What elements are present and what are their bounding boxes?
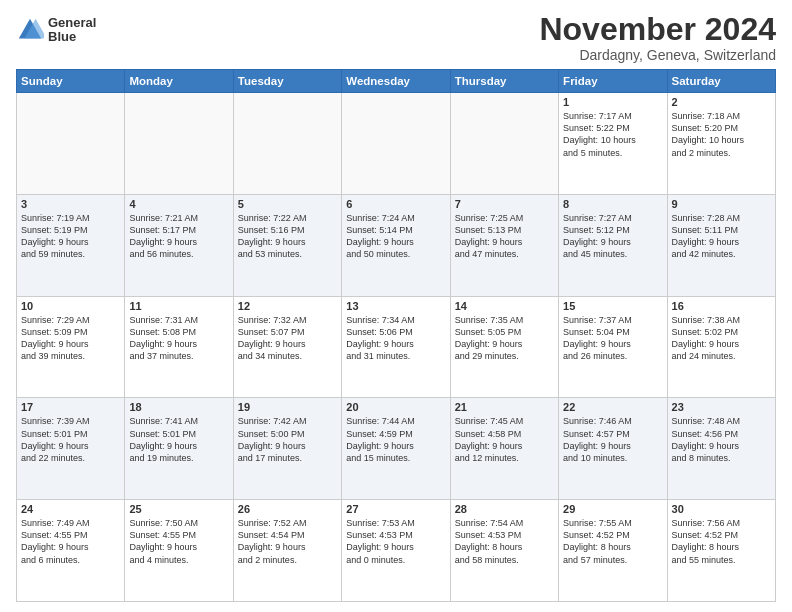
day-info: Sunrise: 7:22 AM Sunset: 5:16 PM Dayligh… [238, 212, 337, 261]
day-number: 18 [129, 401, 228, 413]
day-info: Sunrise: 7:55 AM Sunset: 4:52 PM Dayligh… [563, 517, 662, 566]
day-number: 12 [238, 300, 337, 312]
day-cell-5: 5Sunrise: 7:22 AM Sunset: 5:16 PM Daylig… [233, 194, 341, 296]
day-cell-12: 12Sunrise: 7:32 AM Sunset: 5:07 PM Dayli… [233, 296, 341, 398]
day-number: 27 [346, 503, 445, 515]
weekday-header-row: SundayMondayTuesdayWednesdayThursdayFrid… [17, 70, 776, 93]
week-row-2: 3Sunrise: 7:19 AM Sunset: 5:19 PM Daylig… [17, 194, 776, 296]
day-cell-20: 20Sunrise: 7:44 AM Sunset: 4:59 PM Dayli… [342, 398, 450, 500]
weekday-header-tuesday: Tuesday [233, 70, 341, 93]
logo-icon [16, 16, 44, 44]
day-cell-8: 8Sunrise: 7:27 AM Sunset: 5:12 PM Daylig… [559, 194, 667, 296]
day-cell-22: 22Sunrise: 7:46 AM Sunset: 4:57 PM Dayli… [559, 398, 667, 500]
logo-line2: Blue [48, 30, 96, 44]
day-info: Sunrise: 7:48 AM Sunset: 4:56 PM Dayligh… [672, 415, 771, 464]
day-number: 25 [129, 503, 228, 515]
day-info: Sunrise: 7:19 AM Sunset: 5:19 PM Dayligh… [21, 212, 120, 261]
day-number: 22 [563, 401, 662, 413]
month-title: November 2024 [539, 12, 776, 47]
logo-text: General Blue [48, 16, 96, 45]
day-number: 7 [455, 198, 554, 210]
weekday-header-thursday: Thursday [450, 70, 558, 93]
day-info: Sunrise: 7:41 AM Sunset: 5:01 PM Dayligh… [129, 415, 228, 464]
day-number: 6 [346, 198, 445, 210]
day-cell-3: 3Sunrise: 7:19 AM Sunset: 5:19 PM Daylig… [17, 194, 125, 296]
header: General Blue November 2024 Dardagny, Gen… [16, 12, 776, 63]
day-info: Sunrise: 7:32 AM Sunset: 5:07 PM Dayligh… [238, 314, 337, 363]
weekday-header-sunday: Sunday [17, 70, 125, 93]
weekday-header-saturday: Saturday [667, 70, 775, 93]
day-cell-2: 2Sunrise: 7:18 AM Sunset: 5:20 PM Daylig… [667, 93, 775, 195]
day-cell-27: 27Sunrise: 7:53 AM Sunset: 4:53 PM Dayli… [342, 500, 450, 602]
day-number: 30 [672, 503, 771, 515]
day-info: Sunrise: 7:54 AM Sunset: 4:53 PM Dayligh… [455, 517, 554, 566]
day-cell-1: 1Sunrise: 7:17 AM Sunset: 5:22 PM Daylig… [559, 93, 667, 195]
logo: General Blue [16, 16, 96, 45]
week-row-4: 17Sunrise: 7:39 AM Sunset: 5:01 PM Dayli… [17, 398, 776, 500]
day-number: 29 [563, 503, 662, 515]
day-info: Sunrise: 7:31 AM Sunset: 5:08 PM Dayligh… [129, 314, 228, 363]
calendar: SundayMondayTuesdayWednesdayThursdayFrid… [16, 69, 776, 602]
day-cell-17: 17Sunrise: 7:39 AM Sunset: 5:01 PM Dayli… [17, 398, 125, 500]
weekday-header-monday: Monday [125, 70, 233, 93]
day-info: Sunrise: 7:49 AM Sunset: 4:55 PM Dayligh… [21, 517, 120, 566]
day-cell-28: 28Sunrise: 7:54 AM Sunset: 4:53 PM Dayli… [450, 500, 558, 602]
day-number: 19 [238, 401, 337, 413]
day-info: Sunrise: 7:17 AM Sunset: 5:22 PM Dayligh… [563, 110, 662, 159]
day-info: Sunrise: 7:29 AM Sunset: 5:09 PM Dayligh… [21, 314, 120, 363]
day-number: 2 [672, 96, 771, 108]
day-info: Sunrise: 7:37 AM Sunset: 5:04 PM Dayligh… [563, 314, 662, 363]
day-cell-19: 19Sunrise: 7:42 AM Sunset: 5:00 PM Dayli… [233, 398, 341, 500]
day-info: Sunrise: 7:42 AM Sunset: 5:00 PM Dayligh… [238, 415, 337, 464]
empty-cell [125, 93, 233, 195]
week-row-1: 1Sunrise: 7:17 AM Sunset: 5:22 PM Daylig… [17, 93, 776, 195]
weekday-header-wednesday: Wednesday [342, 70, 450, 93]
day-cell-4: 4Sunrise: 7:21 AM Sunset: 5:17 PM Daylig… [125, 194, 233, 296]
day-number: 1 [563, 96, 662, 108]
day-number: 8 [563, 198, 662, 210]
day-info: Sunrise: 7:21 AM Sunset: 5:17 PM Dayligh… [129, 212, 228, 261]
page: General Blue November 2024 Dardagny, Gen… [0, 0, 792, 612]
day-info: Sunrise: 7:50 AM Sunset: 4:55 PM Dayligh… [129, 517, 228, 566]
day-number: 4 [129, 198, 228, 210]
day-number: 21 [455, 401, 554, 413]
day-number: 20 [346, 401, 445, 413]
day-cell-23: 23Sunrise: 7:48 AM Sunset: 4:56 PM Dayli… [667, 398, 775, 500]
day-cell-24: 24Sunrise: 7:49 AM Sunset: 4:55 PM Dayli… [17, 500, 125, 602]
day-cell-13: 13Sunrise: 7:34 AM Sunset: 5:06 PM Dayli… [342, 296, 450, 398]
day-info: Sunrise: 7:39 AM Sunset: 5:01 PM Dayligh… [21, 415, 120, 464]
day-info: Sunrise: 7:46 AM Sunset: 4:57 PM Dayligh… [563, 415, 662, 464]
day-info: Sunrise: 7:18 AM Sunset: 5:20 PM Dayligh… [672, 110, 771, 159]
day-cell-10: 10Sunrise: 7:29 AM Sunset: 5:09 PM Dayli… [17, 296, 125, 398]
day-info: Sunrise: 7:56 AM Sunset: 4:52 PM Dayligh… [672, 517, 771, 566]
day-number: 24 [21, 503, 120, 515]
day-cell-6: 6Sunrise: 7:24 AM Sunset: 5:14 PM Daylig… [342, 194, 450, 296]
location: Dardagny, Geneva, Switzerland [539, 47, 776, 63]
logo-line1: General [48, 16, 96, 30]
day-info: Sunrise: 7:28 AM Sunset: 5:11 PM Dayligh… [672, 212, 771, 261]
day-info: Sunrise: 7:52 AM Sunset: 4:54 PM Dayligh… [238, 517, 337, 566]
day-info: Sunrise: 7:38 AM Sunset: 5:02 PM Dayligh… [672, 314, 771, 363]
day-cell-16: 16Sunrise: 7:38 AM Sunset: 5:02 PM Dayli… [667, 296, 775, 398]
day-info: Sunrise: 7:27 AM Sunset: 5:12 PM Dayligh… [563, 212, 662, 261]
day-number: 9 [672, 198, 771, 210]
day-cell-7: 7Sunrise: 7:25 AM Sunset: 5:13 PM Daylig… [450, 194, 558, 296]
day-number: 17 [21, 401, 120, 413]
day-cell-15: 15Sunrise: 7:37 AM Sunset: 5:04 PM Dayli… [559, 296, 667, 398]
day-cell-30: 30Sunrise: 7:56 AM Sunset: 4:52 PM Dayli… [667, 500, 775, 602]
day-info: Sunrise: 7:34 AM Sunset: 5:06 PM Dayligh… [346, 314, 445, 363]
day-number: 15 [563, 300, 662, 312]
day-info: Sunrise: 7:25 AM Sunset: 5:13 PM Dayligh… [455, 212, 554, 261]
day-cell-26: 26Sunrise: 7:52 AM Sunset: 4:54 PM Dayli… [233, 500, 341, 602]
weekday-header-friday: Friday [559, 70, 667, 93]
title-block: November 2024 Dardagny, Geneva, Switzerl… [539, 12, 776, 63]
day-cell-21: 21Sunrise: 7:45 AM Sunset: 4:58 PM Dayli… [450, 398, 558, 500]
day-cell-14: 14Sunrise: 7:35 AM Sunset: 5:05 PM Dayli… [450, 296, 558, 398]
week-row-5: 24Sunrise: 7:49 AM Sunset: 4:55 PM Dayli… [17, 500, 776, 602]
day-cell-29: 29Sunrise: 7:55 AM Sunset: 4:52 PM Dayli… [559, 500, 667, 602]
day-info: Sunrise: 7:53 AM Sunset: 4:53 PM Dayligh… [346, 517, 445, 566]
week-row-3: 10Sunrise: 7:29 AM Sunset: 5:09 PM Dayli… [17, 296, 776, 398]
empty-cell [450, 93, 558, 195]
day-info: Sunrise: 7:24 AM Sunset: 5:14 PM Dayligh… [346, 212, 445, 261]
day-cell-25: 25Sunrise: 7:50 AM Sunset: 4:55 PM Dayli… [125, 500, 233, 602]
